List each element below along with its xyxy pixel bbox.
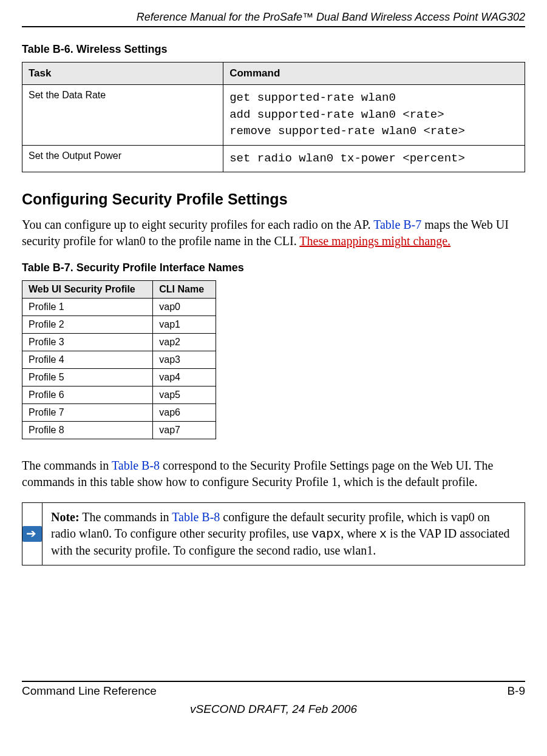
table-row: Profile 3vap2	[22, 334, 216, 351]
paragraph-2: The commands in Table B-8 correspond to …	[22, 457, 525, 490]
link-table-b8[interactable]: Table B-8	[112, 459, 160, 472]
table-b6: Task Command Set the Data Rate get suppo…	[22, 62, 525, 172]
tbl6-command: get supported-rate wlan0 add supported-r…	[223, 85, 525, 146]
table-row: Profile 5vap4	[22, 369, 216, 386]
tbl6-header-command: Command	[223, 62, 525, 85]
table-row: Set the Data Rate get supported-rate wla…	[22, 85, 525, 146]
page-footer: Command Line Reference B-9 vSECOND DRAFT…	[22, 681, 525, 716]
tbl6-task: Set the Output Power	[22, 145, 223, 172]
footer-page-number: B-9	[507, 684, 525, 698]
table-row: Profile 7vap6	[22, 404, 216, 422]
table-b6-caption: Table B-6. Wireless Settings	[22, 43, 525, 56]
revision-mark: These mappings might change.	[299, 234, 450, 248]
note-icon-cell	[22, 503, 42, 565]
paragraph-1: You can configure up to eight security p…	[22, 217, 525, 249]
tbl7-header-cli: CLI Name	[153, 281, 216, 299]
note-text: Note: The commands in Table B-8 configur…	[42, 503, 525, 565]
table-row: Profile 8vap7	[22, 422, 216, 439]
tbl7-header-profile: Web UI Security Profile	[22, 281, 153, 299]
footer-section: Command Line Reference	[22, 684, 157, 698]
table-row: Set the Output Power set radio wlan0 tx-…	[22, 145, 525, 172]
running-header: Reference Manual for the ProSafe™ Dual B…	[22, 11, 525, 27]
table-row: Profile 1vap0	[22, 299, 216, 316]
table-b7: Web UI Security Profile CLI Name Profile…	[22, 280, 216, 439]
link-table-b7[interactable]: Table B-7	[373, 218, 421, 231]
note-box: Note: The commands in Table B-8 configur…	[22, 502, 525, 565]
section-heading: Configuring Security Profile Settings	[22, 191, 525, 208]
tbl6-command: set radio wlan0 tx-power <percent>	[223, 145, 525, 172]
tbl6-header-task: Task	[22, 62, 223, 85]
tbl6-task: Set the Data Rate	[22, 85, 223, 146]
table-row: Profile 4vap3	[22, 351, 216, 369]
link-table-b8-note[interactable]: Table B-8	[172, 510, 220, 524]
footer-draft-stamp: vSECOND DRAFT, 24 Feb 2006	[22, 703, 525, 716]
arrow-right-icon	[22, 526, 42, 542]
table-row: Profile 2vap1	[22, 316, 216, 334]
table-row: Profile 6vap5	[22, 386, 216, 404]
table-b7-caption: Table B-7. Security Profile Interface Na…	[22, 262, 525, 274]
